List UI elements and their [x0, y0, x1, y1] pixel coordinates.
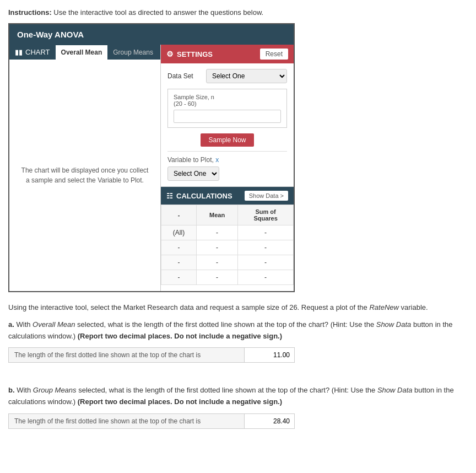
question-b-text: b. With Group Means selected, what is th… [8, 385, 468, 408]
chart-tab-label: CHART [25, 48, 50, 56]
table-row: (All) - - [161, 225, 294, 240]
col-header-1: - [161, 205, 197, 225]
calculations-table: - Mean Sum ofSquares (All) - - - - - [161, 205, 294, 285]
chart-area: The chart will be displayed once you col… [9, 60, 160, 291]
qa-label: a. [8, 320, 14, 329]
qa-bold: (Report two decimal places. Do not inclu… [78, 332, 282, 340]
cell-row4-c1: - [161, 270, 197, 285]
col-header-sos: Sum ofSquares [238, 205, 294, 225]
cell-row4-c2: - [196, 270, 237, 285]
grid-icon: ☷ [166, 192, 173, 200]
left-panel: ▮▮ CHART Overall Mean Group Means The ch… [9, 45, 161, 291]
calculations-bar: ☷ CALCULATIONS Show Data > [161, 187, 294, 205]
dataset-dropdown[interactable]: Select One [206, 69, 287, 83]
table-header-row: - Mean Sum ofSquares [161, 205, 294, 225]
divider [167, 151, 287, 152]
calculations-label: ☷ CALCULATIONS [166, 192, 232, 200]
tab-chart[interactable]: ▮▮ CHART [9, 45, 56, 60]
cell-row2-c3: - [238, 240, 294, 255]
dataset-label: Data Set [167, 72, 206, 80]
instructions: Instructions: Use the interactive tool a… [8, 8, 468, 17]
using-text: Using the interactive tool, select the M… [8, 302, 468, 314]
qb-italic1: Group Means [33, 386, 77, 394]
chart-placeholder-text: The chart will be displayed once you col… [20, 165, 149, 185]
cell-all: (All) [161, 225, 197, 240]
cell-sos-all: - [238, 225, 294, 240]
sample-now-button[interactable]: Sample Now [201, 133, 253, 147]
cell-row2-c2: - [196, 240, 237, 255]
question-b-answer-row: The length of the first dotted line show… [8, 413, 295, 429]
col-header-mean: Mean [196, 205, 237, 225]
qb-bold: (Report two decimal places. Do not inclu… [78, 397, 282, 406]
qa-answer-input[interactable] [245, 348, 294, 362]
cell-row4-c3: - [238, 270, 294, 285]
anova-tool: One-Way ANOVA ▮▮ CHART Overall Mean Grou… [8, 23, 295, 292]
sample-size-input[interactable] [174, 110, 281, 123]
question-a-answer-row: The length of the first dotted line show… [8, 347, 295, 363]
gear-icon: ⚙ [166, 50, 174, 58]
cell-mean-all: - [196, 225, 237, 240]
settings-label: ⚙ SETTINGS [166, 50, 213, 58]
settings-text: SETTINGS [177, 50, 213, 58]
settings-body: Data Set Select One Sample Size, n (20 -… [161, 63, 294, 187]
qb-italic2: Show Data [377, 386, 413, 394]
right-panel: ⚙ SETTINGS Reset Data Set Select One Sam… [161, 45, 294, 291]
question-a-text: a. With Overall Mean selected, what is t… [8, 319, 468, 342]
chart-icon: ▮▮ [15, 48, 23, 56]
instructions-prefix: Instructions: [8, 8, 52, 17]
variable-label: Variable to Plot, x [167, 156, 287, 164]
qa-italic1: Overall Mean [33, 320, 75, 329]
variable-link[interactable]: x [215, 156, 219, 164]
sample-size-block: Sample Size, n (20 - 60) [167, 89, 287, 128]
tool-body: ▮▮ CHART Overall Mean Group Means The ch… [9, 45, 294, 291]
table-row: - - - [161, 240, 294, 255]
cell-row3-c3: - [238, 255, 294, 270]
rate-new-italic: RateNew [369, 303, 398, 311]
calculations-text: CALCULATIONS [176, 192, 232, 200]
cell-row3-c1: - [161, 255, 197, 270]
settings-bar: ⚙ SETTINGS Reset [161, 45, 294, 63]
show-data-button[interactable]: Show Data > [245, 191, 288, 201]
tabs-bar: ▮▮ CHART Overall Mean Group Means [9, 45, 160, 60]
tool-title: One-Way ANOVA [9, 24, 294, 45]
variable-dropdown[interactable]: Select One [167, 166, 219, 181]
qa-italic2: Show Data [376, 320, 412, 329]
tab-group-means[interactable]: Group Means [107, 45, 159, 60]
sample-size-label: Sample Size, n (20 - 60) [174, 94, 281, 107]
cell-row2-c1: - [161, 240, 197, 255]
table-row: - - - [161, 270, 294, 285]
qb-answer-label: The length of the first dotted line show… [9, 414, 245, 428]
table-row: - - - [161, 255, 294, 270]
qa-answer-label: The length of the first dotted line show… [9, 348, 245, 362]
cell-row3-c2: - [196, 255, 237, 270]
instructions-text: Use the interactive tool as directed to … [53, 8, 263, 17]
reset-button[interactable]: Reset [260, 49, 288, 60]
tab-overall-mean[interactable]: Overall Mean [56, 45, 108, 60]
qb-label: b. [8, 386, 15, 394]
dataset-row: Data Set Select One [167, 69, 287, 83]
qb-answer-input[interactable] [245, 415, 294, 428]
